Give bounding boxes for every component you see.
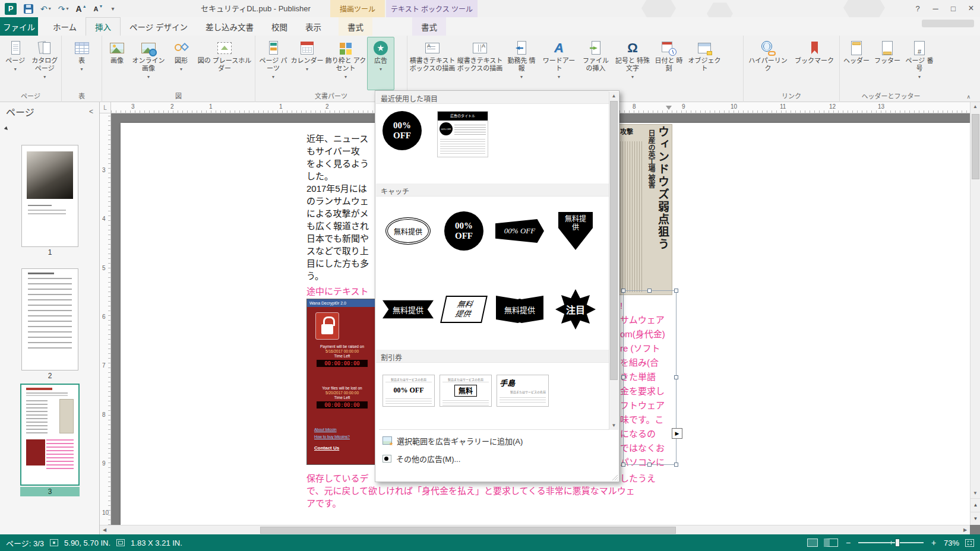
gallery-resize-grip[interactable] bbox=[611, 474, 618, 480]
shapes-button[interactable]: 図形▾ bbox=[166, 37, 196, 90]
pink-bottom-line-1-left[interactable]: 保存しているデ bbox=[306, 471, 369, 484]
tab-home[interactable]: ホーム bbox=[44, 17, 86, 36]
gallery-scroll-down-button[interactable]: ▼ bbox=[609, 421, 618, 430]
text-overflow-indicator[interactable]: ▶ bbox=[672, 428, 682, 439]
collapse-panel-button[interactable]: < bbox=[89, 107, 93, 116]
more-advertisements-menu-item[interactable]: その他の広告(M)... bbox=[379, 451, 615, 466]
page-thumbnail-2[interactable] bbox=[21, 268, 78, 370]
online-pictures-button[interactable]: オンライン 画像▾ bbox=[131, 37, 166, 90]
draw-horizontal-text-box-button[interactable]: 横書きテキスト ボックスの描画 bbox=[409, 37, 456, 90]
selection-handle[interactable] bbox=[621, 375, 625, 379]
undo-button[interactable]: ↶▾ bbox=[39, 2, 52, 15]
gallery-scroll-up-button[interactable]: ▲ bbox=[609, 91, 618, 100]
selection-handle[interactable] bbox=[647, 463, 652, 467]
gallery-item-recent-00off[interactable]: 00%OFF bbox=[382, 111, 422, 150]
vertical-scroll-thumb[interactable] bbox=[972, 114, 979, 179]
tab-insert[interactable]: 挿入 bbox=[86, 17, 121, 36]
tab-format-textbox-tools[interactable]: 書式 bbox=[412, 17, 446, 36]
vertical-ruler[interactable]: 3 4 5 6 7 8 9 10 bbox=[100, 113, 111, 525]
gallery-item-free-arrow[interactable]: 無料提供 bbox=[548, 206, 603, 256]
pink-caption-text[interactable]: 途中にテキスト bbox=[306, 284, 369, 297]
gallery-item-ad-template[interactable]: 広告のタイトル 00% OFF bbox=[437, 111, 488, 157]
pictures-button[interactable]: 画像 bbox=[103, 37, 131, 90]
minimize-button[interactable]: ─ bbox=[927, 0, 944, 17]
add-selection-to-gallery-menu-item[interactable]: 選択範囲を広告ギャラリーに追加(A) bbox=[379, 433, 615, 448]
borders-accents-button[interactable]: 飾り枠と アクセント▾ bbox=[324, 37, 367, 90]
bookmark-button[interactable]: ブックマーク bbox=[791, 37, 837, 90]
gallery-item-00off-tag[interactable]: 00% OFF bbox=[492, 206, 548, 256]
collapse-ribbon-button[interactable]: ∧ bbox=[966, 94, 970, 100]
selection-handle[interactable] bbox=[674, 375, 678, 379]
selection-handle[interactable] bbox=[621, 463, 625, 467]
gallery-item-coupon-free[interactable]: 製品またはサービスの名前 無料 bbox=[440, 375, 492, 407]
picture-placeholder-button[interactable]: 図の プレースホルダー bbox=[196, 37, 253, 90]
scroll-right-button[interactable]: ▶ bbox=[960, 525, 970, 534]
status-page-indicator[interactable]: ページ: 3/3 bbox=[6, 537, 44, 549]
catalog-pages-button[interactable]: カタログ ページ▾ bbox=[30, 37, 60, 90]
zoom-slider-thumb[interactable] bbox=[895, 539, 900, 547]
hyperlink-button[interactable]: ハイパーリンク bbox=[745, 37, 791, 90]
calendars-button[interactable]: カレンダー▾ bbox=[290, 37, 324, 90]
single-page-view-button[interactable] bbox=[807, 539, 818, 547]
page-number-label-1[interactable]: 1 bbox=[21, 248, 78, 256]
advertisements-button[interactable]: 広告▾ bbox=[367, 37, 394, 90]
gallery-item-coupon-name[interactable]: 手島 製品またはサービスの名前 bbox=[497, 375, 549, 407]
scroll-up-button[interactable]: ▲ bbox=[970, 102, 980, 111]
zoom-in-button[interactable]: + bbox=[930, 538, 938, 547]
gallery-item-attention-burst[interactable]: 注目 bbox=[548, 284, 603, 334]
horizontal-scroll-thumb[interactable] bbox=[260, 527, 676, 534]
gallery-item-free-scallop[interactable]: 無料提供 bbox=[380, 206, 436, 256]
footer-button[interactable]: フッター bbox=[872, 37, 903, 90]
next-page-button[interactable]: ▼ bbox=[970, 512, 980, 525]
business-information-button[interactable]: 勤務先 情報▾ bbox=[504, 37, 539, 90]
page-number-label-2[interactable]: 2 bbox=[21, 372, 78, 380]
pink-bottom-line-3[interactable]: アです。 bbox=[306, 496, 342, 509]
two-page-spread-view-button[interactable] bbox=[824, 539, 838, 547]
grow-font-button[interactable]: A▲ bbox=[75, 2, 88, 15]
vertical-scrollbar[interactable]: ▲ ▼ ▲ ▼ bbox=[970, 102, 980, 525]
close-button[interactable]: × bbox=[962, 0, 980, 17]
redo-button[interactable]: ↷▾ bbox=[57, 2, 70, 15]
scroll-left-button[interactable]: ◀ bbox=[100, 525, 109, 534]
gallery-item-free-slant[interactable]: 無料提供 bbox=[436, 284, 492, 334]
table-button[interactable]: 表▾ bbox=[69, 37, 95, 90]
qat-customize-button[interactable]: ▾ bbox=[109, 2, 115, 15]
tab-file[interactable]: ファイル bbox=[0, 17, 38, 36]
tab-format-drawing-tools[interactable]: 書式 bbox=[339, 17, 372, 36]
margin-marker[interactable] bbox=[666, 106, 672, 110]
selection-handle[interactable] bbox=[647, 289, 652, 293]
ruler-origin[interactable]: L bbox=[100, 102, 111, 113]
date-time-button[interactable]: 日付と 時刻 bbox=[652, 37, 685, 90]
gallery-scroll-thumb[interactable] bbox=[610, 101, 618, 380]
maximize-button[interactable]: □ bbox=[944, 0, 962, 17]
wordart-button[interactable]: Aワードアート▾ bbox=[539, 37, 578, 90]
help-button[interactable]: ? bbox=[909, 0, 927, 17]
shrink-font-button[interactable]: A▼ bbox=[93, 2, 105, 15]
page-number-button[interactable]: #ページ 番号▾ bbox=[903, 37, 936, 90]
page-number-label-3[interactable]: 3 bbox=[20, 487, 80, 496]
horizontal-scrollbar[interactable]: ◀ ▶ bbox=[100, 525, 970, 534]
draw-vertical-text-box-button[interactable]: 縦書きテキスト ボックスの描画 bbox=[456, 37, 504, 90]
text-box-selection-outline[interactable] bbox=[623, 290, 676, 465]
tab-mailings[interactable]: 差し込み文書 bbox=[197, 17, 263, 36]
page-parts-button[interactable]: ページ パーツ▾ bbox=[257, 37, 290, 90]
page-button[interactable]: ページ▾ bbox=[1, 37, 30, 90]
page-thumbnail-3-selected[interactable] bbox=[20, 384, 80, 486]
gallery-scrollbar[interactable]: ▲ ▼ bbox=[609, 91, 618, 430]
scroll-down-button[interactable]: ▼ bbox=[970, 489, 980, 498]
previous-page-button[interactable]: ▲ bbox=[970, 498, 980, 511]
symbol-button[interactable]: Ω記号と 特殊文字▾ bbox=[613, 37, 652, 90]
newspaper-clipping-image[interactable]: 攻撃 ウィンドウズ弱点狙う 日産の英工場 被害 bbox=[618, 124, 672, 295]
gallery-item-coupon-00off[interactable]: 製品またはサービスの名前 00% OFF bbox=[382, 375, 435, 407]
object-button[interactable]: オブジェクト bbox=[685, 37, 723, 90]
status-object-position[interactable]: 5.90, 5.70 IN. bbox=[64, 539, 110, 547]
zoom-out-button[interactable]: − bbox=[844, 538, 852, 547]
header-button[interactable]: ヘッダー bbox=[841, 37, 872, 90]
body-text-column[interactable]: 近年、ニュース もサイバー攻 をよく見るよう した。 2017年5月には のラン… bbox=[306, 132, 375, 282]
tab-page-design[interactable]: ページ デザイン bbox=[121, 17, 197, 36]
fit-page-button[interactable] bbox=[965, 539, 974, 547]
gallery-item-free-book[interactable]: 無料提供 bbox=[492, 284, 548, 334]
selection-handle[interactable] bbox=[674, 289, 678, 293]
insert-file-button[interactable]: ファイル の挿入 bbox=[578, 37, 613, 90]
tab-review[interactable]: 校閲 bbox=[263, 17, 296, 36]
